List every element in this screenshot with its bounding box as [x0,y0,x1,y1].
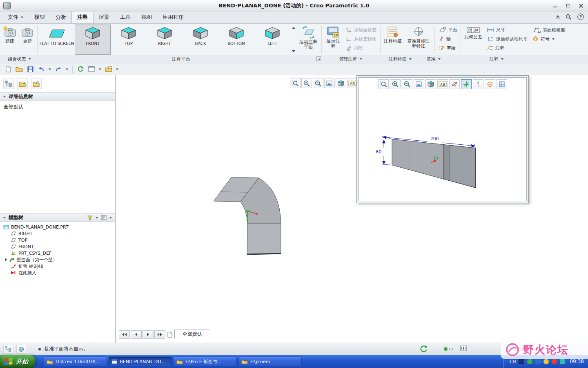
window-layout-menu-button[interactable] [98,64,102,74]
window-layout-button[interactable] [87,64,96,74]
spin-center-toggle-button[interactable] [461,79,472,89]
tray-icon[interactable] [527,359,532,364]
group-manage-annotations[interactable]: 管理注释 [323,55,379,63]
folder-browser-button[interactable] [17,79,28,89]
redo-menu-button[interactable] [65,64,69,74]
flat-pattern-window[interactable]: AB [356,75,529,203]
group-annotation-features[interactable]: 注释特征 [379,55,421,63]
repaint-button[interactable] [324,79,335,88]
restore-button[interactable] [564,3,572,9]
tab-model[interactable]: 模型 [29,11,50,23]
regenerate-manager-button[interactable] [460,345,467,352]
annotation-folder-menu-button[interactable] [115,64,120,74]
undo-button[interactable] [36,64,46,74]
state-tab-default[interactable]: 全部默认 [174,330,210,339]
zoom-out-button[interactable] [313,79,323,88]
zoom-fit-button[interactable] [378,79,389,89]
tab-render[interactable]: 渲染 [94,11,115,23]
view-back[interactable]: BACK [183,25,218,55]
group-combined-states[interactable]: 组合状态 [0,55,39,63]
tree-settings-icon[interactable] [101,215,107,220]
tab-tools[interactable]: 工具 [115,11,136,23]
dimension-length[interactable]: 200 [430,136,439,141]
next-state-button[interactable] [143,330,154,339]
flat-pattern-canvas[interactable]: 200 80 [359,91,526,201]
regenerate-button[interactable] [76,64,85,74]
view-top[interactable]: TOP [111,25,147,55]
group-annotations[interactable]: 注释 [446,55,547,63]
zoom-in-button[interactable] [301,79,312,88]
view-flat-to-screen[interactable]: FLAT TO SCREEN [39,25,75,55]
axis-display-button[interactable] [473,79,483,89]
open-file-button[interactable] [14,64,24,74]
view-bottom[interactable]: BOTTOM [218,25,254,55]
taskbar-clock[interactable]: 09:38 [570,359,584,364]
previous-state-button[interactable] [131,330,142,339]
taskbar-task-proem-folder[interactable]: F:\proem [238,357,302,366]
redo-button[interactable] [53,64,63,74]
tab-view[interactable]: 视图 [136,11,157,23]
surface-finish-button[interactable]: 32 表面粗糙度 [530,26,568,34]
search-icon[interactable] [566,14,572,20]
dimension-button[interactable]: 尺寸 [484,26,530,34]
scroll-up-icon[interactable] [292,27,295,29]
graphics-area[interactable]: AB AB [116,75,588,343]
annotation-display-button[interactable]: AB [437,79,448,89]
view-right[interactable]: RIGHT [147,25,183,55]
tree-item-front-plane[interactable]: FRONT [1,243,114,250]
first-state-button[interactable] [119,330,130,339]
tree-item-part[interactable]: BEND-PLANAR_DONE.PRT [1,224,114,230]
start-button[interactable]: 开始 [0,355,36,368]
detail-tree-header[interactable]: 详细信息树 [0,92,115,101]
zoom-fit-button[interactable] [290,79,301,88]
ordinate-dimension-button[interactable]: 纵坐标从动尺寸 [484,35,530,43]
plane-button[interactable]: 平面 [436,26,459,34]
active-annotation-plane-button[interactable]: 活动注释平面 [296,25,320,55]
update-combined-state-button[interactable]: 更新 [19,25,36,55]
csys-display-button[interactable] [497,79,507,89]
sketch-button[interactable]: 草绘 [436,44,459,52]
saved-views-button[interactable] [336,79,346,88]
tree-item-insert-here[interactable]: 在此插入 [1,269,114,276]
model-tree-view-button[interactable] [3,79,14,89]
show-annotations-button[interactable]: 1M 显示注释 [323,25,343,55]
tray-icon[interactable] [560,359,565,364]
tree-item-top-plane[interactable]: TOP [1,237,114,243]
undo-menu-button[interactable] [47,64,52,74]
repaint-button[interactable] [414,79,424,89]
view-left[interactable]: LEFT [254,25,290,55]
expand-icon[interactable] [5,258,7,261]
group-datum[interactable]: 基准 [421,55,446,63]
scroll-down-icon[interactable] [292,50,295,52]
annotation-feature-button[interactable]: 注释特征 [382,25,404,55]
state-sheet-icon[interactable] [166,330,174,339]
dimension-height[interactable]: 80 [376,149,381,155]
tab-annotate[interactable]: 注释 [71,11,94,23]
browser-toggle-button[interactable] [16,345,26,354]
chevron-down-icon[interactable] [96,217,98,218]
tray-icon[interactable] [543,359,549,364]
annotation-folder-button[interactable] [104,64,114,74]
model-bottom-flange[interactable] [247,223,281,254]
filter-icon[interactable] [87,215,93,220]
help-icon[interactable]: ? [577,13,584,20]
tree-item-right-plane[interactable]: RIGHT [1,230,114,237]
datum-target-annotation-feature-button[interactable]: 基准目标注释特征 [404,25,433,55]
tab-applications[interactable]: 应用程序 [157,11,189,23]
model-tree-header[interactable]: 模型树 [0,213,115,222]
saved-views-button[interactable] [425,79,436,89]
view-front[interactable]: FRONT [75,25,111,55]
point-display-button[interactable] [485,79,495,89]
tree-item-bend[interactable]: 折弯 标识48 [1,263,114,269]
note-button[interactable]: 注释 [484,44,530,52]
new-combined-state-button[interactable]: 新建 [1,25,19,55]
erase-button[interactable]: 拭除 [343,44,379,52]
save-button[interactable] [25,64,35,74]
tab-analysis[interactable]: 分析 [50,11,71,23]
language-indicator[interactable]: CH [509,359,516,364]
close-button[interactable] [577,3,585,9]
taskbar-task-proe-folder[interactable]: F:\Pro E 钣金与... [174,357,237,366]
remove-from-state-button[interactable]: 从状态移除 [343,35,379,43]
last-state-button[interactable] [154,330,165,339]
symbol-button[interactable]: 符号 [530,35,568,43]
